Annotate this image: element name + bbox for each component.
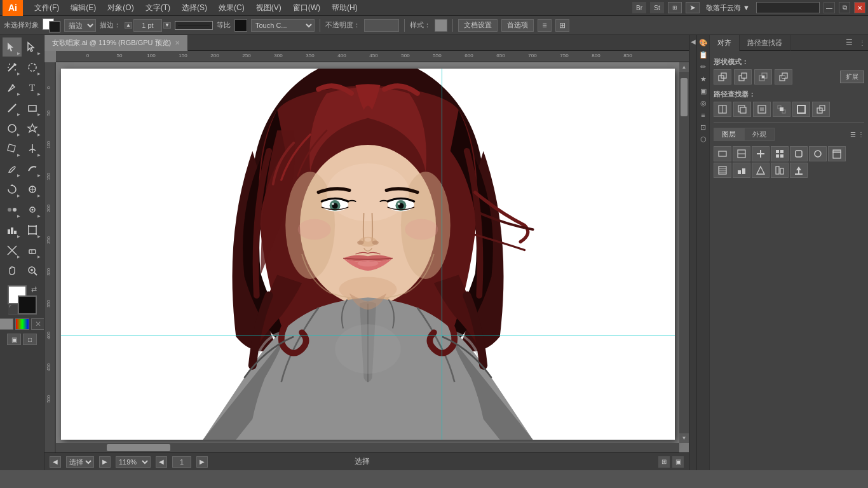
transform-panel-icon[interactable]: ⊡ [698, 122, 709, 132]
smooth-tool-button[interactable]: ▶ [23, 159, 42, 179]
right-scrollbar[interactable]: ▲ ▼ [679, 62, 689, 443]
pf-minus-back-btn[interactable] [812, 102, 830, 117]
menu-file[interactable]: 文件(F) [29, 1, 64, 15]
menu-window[interactable]: 窗口(W) [288, 1, 325, 15]
panel-tool-1[interactable] [714, 146, 731, 161]
menu-help[interactable]: 帮助(H) [327, 1, 363, 15]
panel-tool-9[interactable] [733, 163, 750, 178]
align-panel-icon[interactable]: ≡ [698, 110, 709, 120]
menu-text[interactable]: 文字(T) [140, 1, 175, 15]
pathfinder-tab[interactable]: 路径查找器 [740, 35, 790, 51]
minimize-button[interactable]: — [824, 2, 835, 13]
hand-tool-button[interactable] [3, 261, 22, 280]
blend-tool-button[interactable]: ▶ [3, 200, 22, 219]
brush-select[interactable]: Touch C... [251, 19, 315, 32]
panel-menu-icon[interactable]: ☰ [842, 38, 857, 47]
type-tool-button[interactable]: T ▶ [23, 78, 42, 97]
bridge-icon[interactable]: Br [632, 2, 646, 13]
show-grid-button[interactable]: ⊞ [658, 456, 670, 468]
brushes-panel-icon[interactable]: ✏ [698, 62, 709, 72]
appearance-tab[interactable]: 外观 [744, 128, 775, 141]
stroke-square[interactable] [18, 295, 37, 315]
layers-options-icon[interactable]: ⋮ [858, 131, 864, 138]
normal-mode-btn[interactable]: ▣ [7, 334, 21, 345]
style-swatch[interactable] [435, 19, 447, 32]
search-input[interactable] [756, 2, 820, 13]
panel-tool-11[interactable] [771, 163, 789, 178]
artboard[interactable] [61, 69, 675, 440]
panel-collapse-handle[interactable]: ◀ [689, 35, 696, 470]
artboard-next-btn[interactable]: ▶ [196, 456, 208, 468]
layers-menu-icon[interactable]: ☰ [850, 131, 856, 138]
shape-intersect-btn[interactable] [754, 69, 772, 85]
pf-trim-btn[interactable] [733, 102, 751, 117]
scroll-track[interactable] [679, 72, 689, 433]
scroll-down-arrow[interactable]: ▼ [679, 433, 689, 443]
stroke-up-btn[interactable]: ▲ [125, 22, 132, 29]
polygon-tool-button[interactable]: ▶ [23, 119, 42, 138]
panel-tool-12[interactable] [790, 163, 808, 178]
select-tool-button[interactable]: ▶ [3, 37, 22, 57]
stroke-color-box[interactable] [49, 21, 60, 32]
pf-divide-btn[interactable] [714, 102, 731, 117]
direct-select-tool-button[interactable]: ▶ [23, 37, 42, 57]
align-tab[interactable]: 对齐 [710, 35, 740, 51]
arrow-icon[interactable]: ➤ [686, 2, 700, 13]
canvas-scroll-area[interactable]: 0 50 100 150 200 250 300 350 400 450 500… [44, 51, 689, 452]
slice-tool-button[interactable]: ▶ [3, 241, 22, 260]
appearance-panel-icon[interactable]: ◎ [698, 98, 709, 108]
preferences-button[interactable]: 首选项 [501, 19, 534, 32]
pen-tool-button[interactable]: ▶ [3, 78, 22, 97]
shape-exclude-btn[interactable] [775, 69, 792, 85]
menu-view[interactable]: 视图(V) [251, 1, 287, 15]
stock-icon[interactable]: St [650, 2, 664, 13]
menu-effect[interactable]: 效果(C) [214, 1, 250, 15]
artboard-prev-btn[interactable]: ◀ [156, 456, 167, 468]
artboard-number-input[interactable] [172, 456, 191, 468]
eraser-tool-button[interactable]: ▶ [23, 241, 42, 260]
doc-settings-button[interactable]: 文档设置 [458, 19, 498, 32]
panel-toggle-button[interactable]: ⊞ [555, 19, 569, 32]
zoom-select[interactable]: 119% [116, 456, 151, 468]
pathfinder-panel-icon[interactable]: ⬡ [698, 134, 709, 144]
tab-close-button[interactable]: ✕ [175, 39, 180, 46]
scroll-thumb[interactable] [681, 78, 688, 116]
layers-tab[interactable]: 图层 [714, 128, 744, 141]
reshape-tool-button[interactable]: ▶ [23, 180, 42, 199]
pf-crop-btn[interactable] [773, 102, 790, 117]
shape-unite-btn[interactable] [714, 69, 731, 85]
pf-outline-btn[interactable] [792, 102, 810, 117]
close-button[interactable]: ✕ [854, 2, 865, 13]
menu-object[interactable]: 对象(O) [102, 1, 139, 15]
panel-tool-6[interactable] [809, 146, 827, 161]
none-mode-btn[interactable]: ✕ [31, 318, 45, 330]
pencil-tool-button[interactable]: ▶ [3, 159, 22, 179]
panel-tool-8[interactable] [714, 163, 731, 178]
shape-minus-btn[interactable] [734, 69, 752, 85]
layers-panel-icon[interactable]: 📋 [698, 50, 709, 60]
scroll-up-arrow[interactable]: ▲ [679, 62, 689, 72]
zoom-tool-button[interactable] [23, 261, 42, 280]
column-graph-button[interactable]: ▶ [3, 220, 22, 240]
panel-options-icon[interactable]: ⋮ [857, 39, 868, 46]
expand-button[interactable]: 扩展 [840, 71, 864, 83]
panel-tool-5[interactable] [790, 146, 808, 161]
stroke-down-btn[interactable]: ▼ [163, 22, 171, 29]
artboard-tool-button[interactable]: ▶ [23, 220, 42, 240]
lasso-tool-button[interactable]: ▶ [23, 58, 42, 77]
panel-tool-7[interactable] [828, 146, 846, 161]
swap-colors-icon[interactable]: ⇄ [31, 285, 37, 294]
width-tool-button[interactable]: ▶ [23, 139, 42, 158]
pf-merge-btn[interactable] [753, 102, 771, 117]
rotate-tool-button[interactable]: ▶ [3, 180, 22, 199]
opacity-input[interactable]: 100% [364, 19, 399, 32]
color-swatch[interactable] [234, 19, 247, 32]
status-right-btn[interactable]: ▶ [99, 456, 111, 468]
color-mode-btn[interactable] [0, 318, 13, 330]
panel-tool-3[interactable] [752, 146, 770, 161]
transform-tool-button[interactable]: ▶ [3, 139, 22, 158]
panel-tool-2[interactable] [733, 146, 750, 161]
graphic-styles-panel-icon[interactable]: ▣ [698, 86, 709, 96]
rect-tool-button[interactable]: ▶ [23, 98, 42, 118]
default-colors-icon[interactable]: ⬛ [8, 304, 18, 315]
